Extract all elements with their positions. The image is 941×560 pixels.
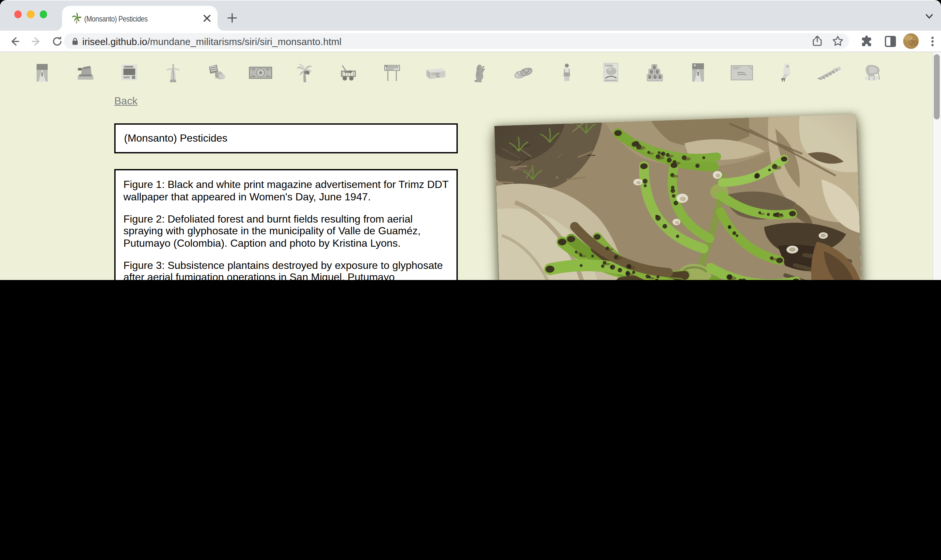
svg-text:YANG: YANG — [604, 64, 613, 67]
svg-text:C: C — [436, 72, 440, 78]
